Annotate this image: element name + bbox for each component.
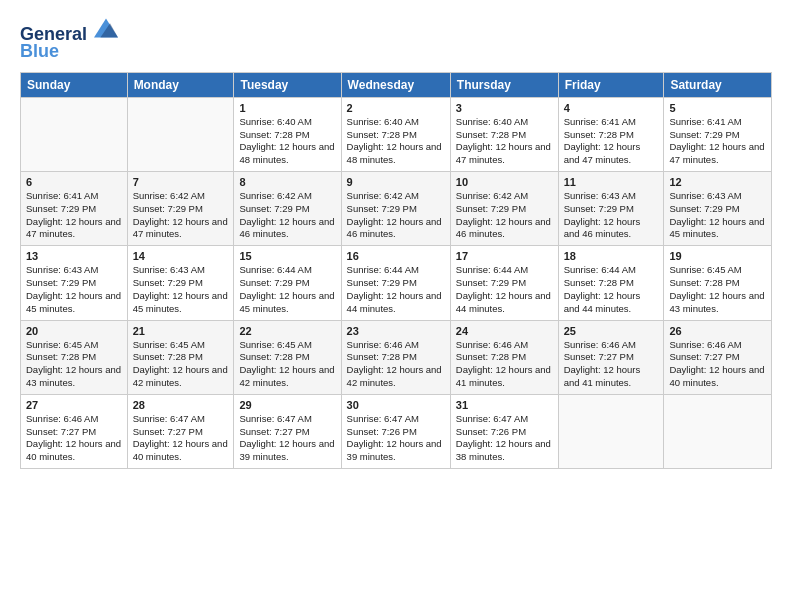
sunrise-text: Sunrise: 6:44 AM (564, 264, 636, 275)
sunset-text: Sunset: 7:29 PM (239, 203, 309, 214)
day-info: Sunrise: 6:45 AM Sunset: 7:28 PM Dayligh… (669, 264, 766, 315)
weekday-header-wednesday: Wednesday (341, 72, 450, 97)
day-info: Sunrise: 6:42 AM Sunset: 7:29 PM Dayligh… (347, 190, 445, 241)
sunset-text: Sunset: 7:26 PM (347, 426, 417, 437)
sunrise-text: Sunrise: 6:41 AM (564, 116, 636, 127)
sunrise-text: Sunrise: 6:42 AM (133, 190, 205, 201)
daylight-text: Daylight: 12 hours and 47 minutes. (133, 216, 228, 240)
calendar-cell: 29 Sunrise: 6:47 AM Sunset: 7:27 PM Dayl… (234, 394, 341, 468)
day-info: Sunrise: 6:43 AM Sunset: 7:29 PM Dayligh… (26, 264, 122, 315)
sunset-text: Sunset: 7:29 PM (564, 203, 634, 214)
sunset-text: Sunset: 7:27 PM (26, 426, 96, 437)
weekday-header-row: SundayMondayTuesdayWednesdayThursdayFrid… (21, 72, 772, 97)
sunrise-text: Sunrise: 6:45 AM (26, 339, 98, 350)
daylight-text: Daylight: 12 hours and 47 minutes. (669, 141, 764, 165)
daylight-text: Daylight: 12 hours and 48 minutes. (239, 141, 334, 165)
day-number: 13 (26, 250, 122, 262)
weekday-header-friday: Friday (558, 72, 664, 97)
calendar-cell: 22 Sunrise: 6:45 AM Sunset: 7:28 PM Dayl… (234, 320, 341, 394)
calendar-cell: 21 Sunrise: 6:45 AM Sunset: 7:28 PM Dayl… (127, 320, 234, 394)
day-info: Sunrise: 6:40 AM Sunset: 7:28 PM Dayligh… (456, 116, 553, 167)
sunset-text: Sunset: 7:29 PM (239, 277, 309, 288)
day-number: 29 (239, 399, 335, 411)
day-number: 8 (239, 176, 335, 188)
sunrise-text: Sunrise: 6:43 AM (26, 264, 98, 275)
sunset-text: Sunset: 7:29 PM (347, 203, 417, 214)
daylight-text: Daylight: 12 hours and 43 minutes. (26, 364, 121, 388)
sunset-text: Sunset: 7:28 PM (347, 129, 417, 140)
calendar-cell (127, 97, 234, 171)
sunset-text: Sunset: 7:27 PM (133, 426, 203, 437)
sunset-text: Sunset: 7:28 PM (133, 351, 203, 362)
calendar-cell (558, 394, 664, 468)
day-info: Sunrise: 6:47 AM Sunset: 7:27 PM Dayligh… (133, 413, 229, 464)
daylight-text: Daylight: 12 hours and 46 minutes. (456, 216, 551, 240)
calendar-cell: 18 Sunrise: 6:44 AM Sunset: 7:28 PM Dayl… (558, 246, 664, 320)
logo-icon (94, 16, 118, 40)
daylight-text: Daylight: 12 hours and 43 minutes. (669, 290, 764, 314)
day-number: 19 (669, 250, 766, 262)
daylight-text: Daylight: 12 hours and 47 minutes. (564, 141, 641, 165)
daylight-text: Daylight: 12 hours and 46 minutes. (564, 216, 641, 240)
calendar-cell: 8 Sunrise: 6:42 AM Sunset: 7:29 PM Dayli… (234, 172, 341, 246)
day-info: Sunrise: 6:47 AM Sunset: 7:26 PM Dayligh… (456, 413, 553, 464)
day-number: 10 (456, 176, 553, 188)
day-number: 18 (564, 250, 659, 262)
day-number: 12 (669, 176, 766, 188)
calendar-table: SundayMondayTuesdayWednesdayThursdayFrid… (20, 72, 772, 469)
sunset-text: Sunset: 7:29 PM (669, 203, 739, 214)
daylight-text: Daylight: 12 hours and 42 minutes. (347, 364, 442, 388)
calendar-cell (664, 394, 772, 468)
sunset-text: Sunset: 7:28 PM (564, 277, 634, 288)
calendar-cell: 13 Sunrise: 6:43 AM Sunset: 7:29 PM Dayl… (21, 246, 128, 320)
day-info: Sunrise: 6:46 AM Sunset: 7:28 PM Dayligh… (456, 339, 553, 390)
day-info: Sunrise: 6:42 AM Sunset: 7:29 PM Dayligh… (456, 190, 553, 241)
calendar-cell: 19 Sunrise: 6:45 AM Sunset: 7:28 PM Dayl… (664, 246, 772, 320)
calendar-cell: 26 Sunrise: 6:46 AM Sunset: 7:27 PM Dayl… (664, 320, 772, 394)
calendar-cell: 25 Sunrise: 6:46 AM Sunset: 7:27 PM Dayl… (558, 320, 664, 394)
sunrise-text: Sunrise: 6:46 AM (26, 413, 98, 424)
day-info: Sunrise: 6:46 AM Sunset: 7:28 PM Dayligh… (347, 339, 445, 390)
day-number: 21 (133, 325, 229, 337)
sunrise-text: Sunrise: 6:47 AM (347, 413, 419, 424)
sunrise-text: Sunrise: 6:41 AM (669, 116, 741, 127)
sunset-text: Sunset: 7:28 PM (564, 129, 634, 140)
calendar-cell: 10 Sunrise: 6:42 AM Sunset: 7:29 PM Dayl… (450, 172, 558, 246)
sunset-text: Sunset: 7:29 PM (26, 277, 96, 288)
sunrise-text: Sunrise: 6:44 AM (456, 264, 528, 275)
daylight-text: Daylight: 12 hours and 46 minutes. (347, 216, 442, 240)
calendar-cell (21, 97, 128, 171)
calendar-week-row: 1 Sunrise: 6:40 AM Sunset: 7:28 PM Dayli… (21, 97, 772, 171)
day-number: 20 (26, 325, 122, 337)
sunset-text: Sunset: 7:29 PM (133, 203, 203, 214)
day-number: 26 (669, 325, 766, 337)
day-info: Sunrise: 6:45 AM Sunset: 7:28 PM Dayligh… (26, 339, 122, 390)
calendar-cell: 16 Sunrise: 6:44 AM Sunset: 7:29 PM Dayl… (341, 246, 450, 320)
day-info: Sunrise: 6:45 AM Sunset: 7:28 PM Dayligh… (239, 339, 335, 390)
calendar-cell: 6 Sunrise: 6:41 AM Sunset: 7:29 PM Dayli… (21, 172, 128, 246)
day-info: Sunrise: 6:47 AM Sunset: 7:26 PM Dayligh… (347, 413, 445, 464)
daylight-text: Daylight: 12 hours and 44 minutes. (456, 290, 551, 314)
sunrise-text: Sunrise: 6:40 AM (239, 116, 311, 127)
sunrise-text: Sunrise: 6:47 AM (456, 413, 528, 424)
calendar-week-row: 6 Sunrise: 6:41 AM Sunset: 7:29 PM Dayli… (21, 172, 772, 246)
calendar-cell: 5 Sunrise: 6:41 AM Sunset: 7:29 PM Dayli… (664, 97, 772, 171)
daylight-text: Daylight: 12 hours and 47 minutes. (26, 216, 121, 240)
calendar-cell: 28 Sunrise: 6:47 AM Sunset: 7:27 PM Dayl… (127, 394, 234, 468)
sunrise-text: Sunrise: 6:45 AM (669, 264, 741, 275)
sunset-text: Sunset: 7:28 PM (239, 351, 309, 362)
sunset-text: Sunset: 7:28 PM (456, 351, 526, 362)
sunrise-text: Sunrise: 6:46 AM (456, 339, 528, 350)
day-info: Sunrise: 6:42 AM Sunset: 7:29 PM Dayligh… (239, 190, 335, 241)
sunrise-text: Sunrise: 6:43 AM (669, 190, 741, 201)
calendar-cell: 11 Sunrise: 6:43 AM Sunset: 7:29 PM Dayl… (558, 172, 664, 246)
day-number: 27 (26, 399, 122, 411)
day-number: 22 (239, 325, 335, 337)
sunset-text: Sunset: 7:29 PM (133, 277, 203, 288)
day-info: Sunrise: 6:44 AM Sunset: 7:29 PM Dayligh… (456, 264, 553, 315)
daylight-text: Daylight: 12 hours and 41 minutes. (564, 364, 641, 388)
day-info: Sunrise: 6:45 AM Sunset: 7:28 PM Dayligh… (133, 339, 229, 390)
sunrise-text: Sunrise: 6:46 AM (564, 339, 636, 350)
calendar-cell: 17 Sunrise: 6:44 AM Sunset: 7:29 PM Dayl… (450, 246, 558, 320)
sunset-text: Sunset: 7:26 PM (456, 426, 526, 437)
